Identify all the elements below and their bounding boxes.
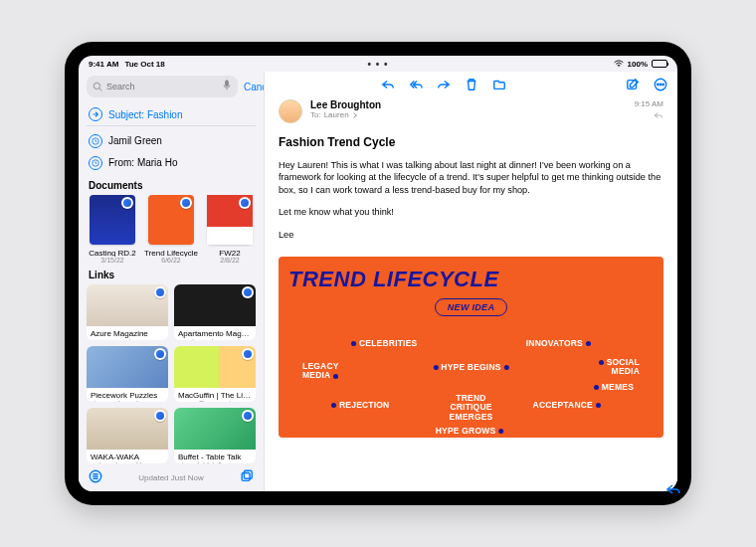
reply-status-icon [654, 110, 663, 120]
svg-point-11 [658, 84, 659, 85]
flowchart-node: HYPE BEGINS [430, 362, 511, 372]
status-bar: 9:41 AM Tue Oct 18 • • • 100% [79, 56, 677, 72]
app-badge-icon [242, 348, 254, 360]
links-grid: Azure Magazineazuremagazine.com Apartame… [87, 284, 256, 463]
status-date: Tue Oct 18 [124, 60, 164, 69]
screen: 9:41 AM Tue Oct 18 • • • 100% Cancel [79, 56, 677, 491]
svg-rect-3 [226, 81, 229, 87]
flowchart-node: MEMES [591, 382, 634, 392]
link-item[interactable]: WAKA-WAKAwakawaka.world [87, 408, 168, 463]
new-message-icon[interactable] [626, 78, 640, 91]
links-section-title: Links [89, 270, 256, 280]
sender-name[interactable]: Lee Broughton [310, 99, 627, 110]
link-item[interactable]: MacGuffin | The Lif…macguffinmagazine.co… [174, 346, 256, 402]
mail-header: Lee Broughton To: Lauren 9:15 AM [265, 97, 677, 131]
mail-toolbar [265, 72, 677, 97]
link-item[interactable]: Azure Magazineazuremagazine.com [87, 284, 168, 340]
flowchart-node: SOCIAL MEDIA [592, 358, 640, 377]
search-sidebar: Cancel Subject: Fashion Jamil Green From… [79, 72, 264, 491]
chevron-right-icon [352, 112, 358, 118]
app-badge-icon [154, 410, 166, 422]
app-badge-icon [154, 348, 166, 360]
app-badge-icon [154, 286, 166, 298]
reply-button[interactable] [665, 481, 677, 491]
filter-label: Jamil Green [108, 135, 162, 146]
app-body: Cancel Subject: Fashion Jamil Green From… [79, 72, 677, 491]
clock-icon [89, 156, 102, 170]
svg-point-12 [660, 84, 661, 85]
flowchart-node: ACCEPTANCE [533, 400, 604, 410]
mail-paragraph: Hey Lauren! This is what I was talking a… [279, 159, 663, 196]
flowchart-chip: NEW IDEA [435, 298, 507, 316]
ipad-frame: 9:41 AM Tue Oct 18 • • • 100% Cancel [65, 42, 691, 505]
flowchart-node: HYPE GROWS [436, 426, 507, 436]
mail-main: Lee Broughton To: Lauren 9:15 AM Fashion… [264, 72, 677, 491]
status-time: 9:41 AM [89, 60, 118, 69]
attachment-title: TREND LIFECYCLE [288, 267, 654, 292]
attachment-image[interactable]: TREND LIFECYCLE NEW IDEA CELEBRITIES INN… [279, 257, 663, 438]
app-badge-icon [239, 197, 251, 209]
filter-label: Subject: Fashion [108, 109, 183, 120]
reply-all-icon[interactable] [409, 78, 423, 91]
dictate-icon[interactable] [222, 80, 232, 93]
svg-point-1 [94, 83, 99, 89]
document-item[interactable]: FW22 2/8/22 [204, 195, 256, 264]
updated-label: Updated Just Now [102, 473, 240, 482]
link-item[interactable]: Piecework Puzzlespieceworkpuzzles.com [87, 346, 168, 402]
link-item[interactable]: Apartamento Maga…apartamentomagazine.com [174, 284, 256, 340]
flowchart-node: TREND CRITIQUE EMERGES [437, 394, 506, 422]
flowchart-node: CELEBRITIES [348, 338, 417, 348]
svg-line-2 [99, 89, 102, 91]
search-suggestion-from[interactable]: From: Maria Ho [87, 152, 256, 174]
sidebar-footer: Updated Just Now [87, 463, 256, 491]
filter-button[interactable] [89, 469, 102, 485]
mail-signature: Lee [279, 229, 663, 241]
mail-body: Hey Lauren! This is what I was talking a… [265, 159, 677, 251]
forward-icon[interactable] [437, 78, 451, 91]
search-input[interactable] [106, 82, 218, 91]
svg-rect-7 [242, 473, 250, 481]
mail-subject: Fashion Trend Cycle [265, 131, 677, 159]
reply-icon[interactable] [381, 78, 395, 91]
svg-rect-8 [244, 470, 252, 478]
multitask-dots-icon[interactable]: • • • [367, 59, 388, 70]
search-suggestion-person[interactable]: Jamil Green [87, 130, 256, 152]
compose-button[interactable] [240, 469, 254, 485]
search-icon [93, 82, 102, 91]
flowchart-node: LEGACY MEDIA [302, 362, 350, 381]
battery-percent: 100% [628, 60, 648, 69]
app-badge-icon [242, 410, 254, 422]
recipients-row[interactable]: To: Lauren [310, 110, 627, 119]
search-filter-subject[interactable]: Subject: Fashion [87, 103, 256, 125]
wifi-icon [614, 60, 624, 68]
app-badge-icon [180, 197, 192, 209]
app-badge-icon [121, 197, 133, 209]
flowchart-node: REJECTION [328, 400, 389, 410]
filter-label: From: Maria Ho [108, 157, 177, 168]
trash-icon[interactable] [465, 78, 478, 91]
clock-icon [89, 134, 102, 148]
document-item[interactable]: Trend Lifecycle 6/6/22 [144, 195, 198, 264]
sender-avatar[interactable] [279, 99, 302, 123]
search-field[interactable] [87, 76, 238, 97]
more-icon[interactable] [654, 78, 667, 91]
move-folder-icon[interactable] [492, 78, 506, 91]
arrow-in-circle-icon [89, 107, 102, 121]
battery-icon [652, 60, 667, 68]
flowchart-node: INNOVATORS [526, 338, 594, 348]
document-item[interactable]: Casting RD.2 3/15/22 [87, 195, 138, 264]
documents-row: Casting RD.2 3/15/22 Trend Lifecycle 6/6… [87, 195, 256, 264]
svg-point-13 [662, 84, 663, 85]
link-item[interactable]: Buffet - Table Talkpinourtabletalk.com [174, 408, 256, 463]
app-badge-icon [242, 286, 254, 298]
mail-time: 9:15 AM [635, 99, 663, 108]
mail-paragraph: Let me know what you think! [279, 206, 663, 218]
documents-section-title: Documents [89, 180, 256, 191]
svg-point-0 [618, 66, 619, 67]
